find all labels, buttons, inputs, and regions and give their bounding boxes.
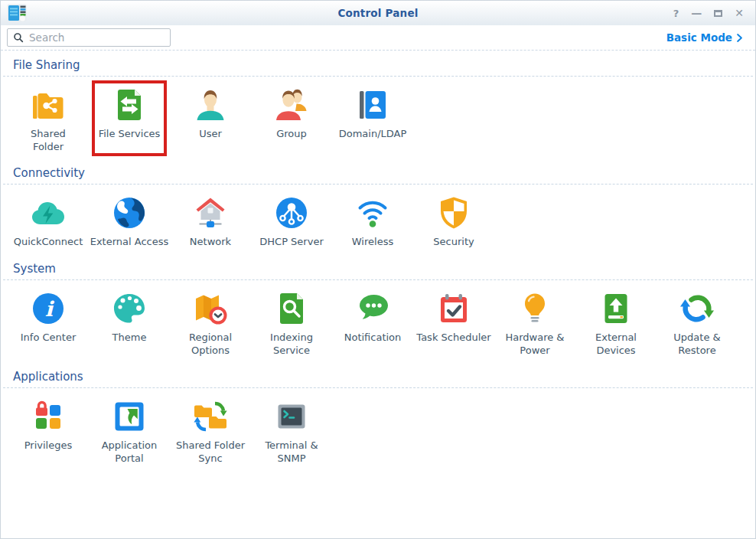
item-security[interactable]: Security bbox=[413, 194, 494, 249]
item-label: DHCP Server bbox=[259, 236, 323, 249]
section-title: System bbox=[13, 262, 755, 276]
update-restore-icon bbox=[679, 290, 715, 327]
item-user[interactable]: User bbox=[170, 87, 251, 153]
info-center-icon: i bbox=[30, 290, 67, 327]
section-items: Privileges Application Portal Shared Fol… bbox=[1, 388, 755, 471]
item-label: External Access bbox=[90, 236, 169, 249]
item-quickconnect[interactable]: QuickConnect bbox=[8, 194, 89, 249]
theme-icon bbox=[111, 290, 148, 327]
section-applications: Applications Privileges Application Port… bbox=[1, 370, 755, 471]
item-label: Theme bbox=[112, 332, 147, 345]
item-hardware-power[interactable]: Hardware & Power bbox=[494, 290, 575, 357]
item-label: Terminal & SNMP bbox=[265, 439, 318, 465]
item-network[interactable]: Network bbox=[170, 194, 251, 249]
domain-ldap-icon bbox=[354, 87, 391, 123]
item-regional-options[interactable]: Regional Options bbox=[170, 290, 251, 357]
item-notification[interactable]: Notification bbox=[332, 290, 413, 357]
item-shared-folder[interactable]: Shared Folder bbox=[8, 87, 89, 153]
item-terminal-snmp[interactable]: Terminal & SNMP bbox=[251, 398, 332, 465]
item-label: Task Scheduler bbox=[416, 332, 490, 345]
control-panel-app-icon bbox=[7, 3, 27, 23]
item-label: QuickConnect bbox=[14, 236, 83, 249]
item-label: Info Center bbox=[21, 332, 77, 345]
item-label: Security bbox=[433, 236, 474, 249]
basic-mode-link[interactable]: Basic Mode bbox=[666, 31, 745, 44]
item-label: Update & Restore bbox=[673, 332, 720, 357]
item-application-portal[interactable]: Application Portal bbox=[89, 398, 170, 465]
titlebar: Control Panel ? — ✕ bbox=[1, 1, 755, 25]
item-shared-folder-sync[interactable]: Shared Folder Sync bbox=[170, 398, 251, 465]
item-label: Regional Options bbox=[189, 332, 232, 357]
item-label: Shared Folder bbox=[31, 128, 66, 153]
item-label: Indexing Service bbox=[270, 332, 313, 357]
item-label: Wireless bbox=[352, 236, 393, 249]
item-label: Network bbox=[190, 236, 231, 249]
network-icon bbox=[192, 194, 229, 231]
task-scheduler-icon bbox=[435, 290, 472, 327]
item-label: Domain/LDAP bbox=[339, 128, 407, 141]
item-wireless[interactable]: Wireless bbox=[332, 194, 413, 249]
content: File Sharing Shared Folder File Services… bbox=[1, 51, 755, 471]
application-portal-icon bbox=[111, 398, 148, 435]
item-task-scheduler[interactable]: Task Scheduler bbox=[413, 290, 494, 357]
indexing-service-icon bbox=[273, 290, 310, 327]
section-system: System i Info Center Theme Regional Opti… bbox=[1, 262, 755, 363]
item-external-access[interactable]: External Access bbox=[89, 194, 170, 249]
notification-icon bbox=[354, 290, 391, 327]
item-label: Privileges bbox=[24, 439, 73, 452]
security-icon bbox=[435, 194, 472, 231]
user-icon bbox=[192, 87, 229, 123]
item-label: Notification bbox=[344, 332, 402, 345]
terminal-snmp-icon bbox=[273, 398, 310, 435]
item-indexing-service[interactable]: Indexing Service bbox=[251, 290, 332, 357]
item-label: Group bbox=[276, 128, 307, 141]
item-domain-ldap[interactable]: Domain/LDAP bbox=[332, 87, 413, 153]
item-group[interactable]: Group bbox=[251, 87, 332, 153]
section-connectivity: Connectivity QuickConnect External Acces… bbox=[1, 166, 755, 255]
chevron-right-icon bbox=[735, 33, 745, 43]
item-info-center[interactable]: i Info Center bbox=[8, 290, 89, 357]
item-label: File Services bbox=[99, 128, 161, 141]
minimize-icon[interactable]: — bbox=[691, 8, 702, 18]
regional-options-icon bbox=[192, 290, 229, 327]
basic-mode-label: Basic Mode bbox=[666, 31, 732, 44]
item-privileges[interactable]: Privileges bbox=[8, 398, 89, 465]
item-label: User bbox=[199, 128, 222, 141]
item-update-restore[interactable]: Update & Restore bbox=[657, 290, 738, 357]
item-file-services[interactable]: File Services bbox=[89, 87, 170, 153]
hardware-power-icon bbox=[516, 290, 553, 327]
group-icon bbox=[273, 87, 310, 123]
maximize-icon[interactable] bbox=[714, 10, 722, 17]
search-icon bbox=[13, 32, 24, 43]
section-title: Applications bbox=[13, 370, 755, 384]
section-items: QuickConnect External Access Network DHC… bbox=[1, 185, 755, 255]
file-services-icon bbox=[111, 87, 148, 123]
quickconnect-icon bbox=[30, 194, 67, 231]
external-access-icon bbox=[111, 194, 148, 231]
control-panel-window: Control Panel ? — ✕ Basic Mode File Shar… bbox=[0, 0, 756, 539]
item-label: External Devices bbox=[595, 332, 637, 357]
item-external-devices[interactable]: External Devices bbox=[575, 290, 657, 357]
section-title: Connectivity bbox=[13, 166, 755, 180]
shared-folder-icon bbox=[30, 87, 67, 123]
dhcp-server-icon bbox=[273, 194, 310, 231]
item-dhcp-server[interactable]: DHCP Server bbox=[251, 194, 332, 249]
section-items: i Info Center Theme Regional Options Ind… bbox=[1, 280, 755, 363]
window-title: Control Panel bbox=[1, 7, 755, 19]
toolbar: Basic Mode bbox=[1, 25, 755, 51]
section-items: Shared Folder File Services User Group D… bbox=[1, 77, 755, 159]
shared-folder-sync-icon bbox=[192, 398, 229, 435]
close-icon[interactable]: ✕ bbox=[735, 8, 744, 18]
search-box[interactable] bbox=[7, 28, 171, 47]
search-input[interactable] bbox=[24, 31, 165, 44]
wireless-icon bbox=[354, 194, 391, 231]
help-icon[interactable]: ? bbox=[673, 8, 679, 18]
section-file-sharing: File Sharing Shared Folder File Services… bbox=[1, 58, 755, 159]
window-controls: ? — ✕ bbox=[673, 8, 755, 18]
item-label: Shared Folder Sync bbox=[176, 439, 245, 465]
section-title: File Sharing bbox=[13, 58, 755, 72]
item-label: Hardware & Power bbox=[505, 332, 564, 357]
item-theme[interactable]: Theme bbox=[89, 290, 170, 357]
privileges-icon bbox=[30, 398, 67, 435]
item-label: Application Portal bbox=[102, 439, 158, 465]
